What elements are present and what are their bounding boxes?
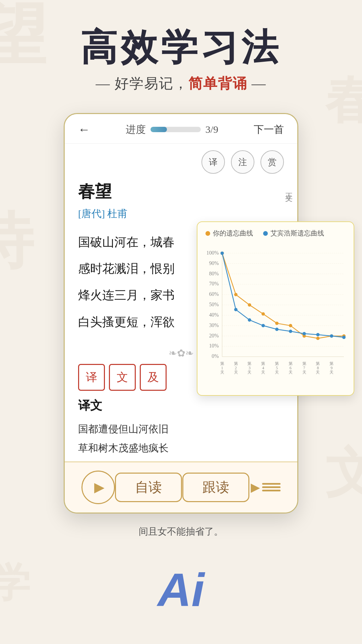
action-buttons: 译 注 赏 <box>65 144 297 177</box>
legend-label-orange: 你的遗忘曲线 <box>213 229 253 238</box>
translate-action-btn[interactable]: 译 <box>201 150 225 174</box>
progress-bar-track <box>150 127 201 132</box>
legend-dot-orange <box>205 231 210 236</box>
bottom-bar: ▶ 自读 跟读 ▶ <box>65 462 297 513</box>
svg-text:20%: 20% <box>209 333 219 338</box>
svg-text:0%: 0% <box>212 353 219 359</box>
progress-section: 进度 3/9 <box>126 123 218 137</box>
poem-title: 春望 <box>78 180 284 203</box>
svg-text:第: 第 <box>247 361 251 366</box>
legend-orange: 你的遗忘曲线 <box>205 229 253 238</box>
svg-text:60%: 60% <box>209 291 219 297</box>
main-title: 高效学习法 <box>0 27 362 67</box>
legend-blue: 艾宾浩斯遗忘曲线 <box>263 229 324 238</box>
header-section: 高效学习法 — 好学易记，简单背诵 — <box>0 0 362 106</box>
poem-author: [唐代] 杜甫 <box>78 207 284 221</box>
subtitle: — 好学易记，简单背诵 — <box>0 74 362 93</box>
svg-text:4: 4 <box>262 366 264 370</box>
main-container: 望 春 诗 文 学 高效学习法 — 好学易记，简单背诵 — ← 进度 3/9 下… <box>0 0 362 644</box>
svg-point-69 <box>342 336 346 339</box>
svg-text:第: 第 <box>289 361 293 366</box>
svg-text:5: 5 <box>276 366 278 370</box>
trans-line-2: 草和树木茂盛地疯长 <box>78 442 169 453</box>
svg-text:第: 第 <box>329 361 334 366</box>
svg-text:1: 1 <box>221 366 223 370</box>
side-label: 正文 <box>284 187 294 190</box>
notes-action-btn[interactable]: 注 <box>231 150 254 174</box>
subtitle-highlight: 简单背诵 <box>188 76 247 91</box>
svg-text:10%: 10% <box>209 343 219 349</box>
chart-area: 100% 90% 80% 70% 60% 50% 40% 30% <box>205 243 346 384</box>
svg-point-54 <box>275 322 279 325</box>
subtitle-prefix: — 好学易记， <box>96 76 189 91</box>
svg-text:80%: 80% <box>209 271 219 276</box>
svg-text:6: 6 <box>290 366 292 370</box>
play-icon: ▶ <box>94 479 105 495</box>
ai-badge: Ai <box>158 563 204 617</box>
progress-fraction: 3/9 <box>205 124 218 135</box>
svg-text:第: 第 <box>316 361 320 366</box>
poem-author-name: 杜甫 <box>107 208 127 219</box>
svg-point-60 <box>221 252 224 255</box>
legend-dot-blue <box>263 231 268 236</box>
chart-legend: 你的遗忘曲线 艾宾浩斯遗忘曲线 <box>205 229 346 238</box>
svg-text:第: 第 <box>275 361 279 366</box>
self-read-button[interactable]: 自读 <box>115 473 182 502</box>
svg-text:30%: 30% <box>209 322 219 328</box>
legend-label-blue: 艾宾浩斯遗忘曲线 <box>270 229 324 238</box>
svg-point-64 <box>275 328 279 331</box>
subtitle-suffix: — <box>247 76 266 91</box>
svg-point-52 <box>248 303 251 307</box>
svg-point-63 <box>261 324 265 327</box>
svg-text:8: 8 <box>317 366 319 370</box>
svg-text:天: 天 <box>234 370 238 375</box>
svg-text:天: 天 <box>316 370 320 375</box>
trans-btn-wen[interactable]: 文 <box>109 364 136 391</box>
svg-text:50%: 50% <box>209 302 219 307</box>
svg-text:天: 天 <box>329 370 334 375</box>
svg-text:天: 天 <box>289 370 293 375</box>
svg-point-51 <box>234 293 238 296</box>
svg-point-53 <box>261 312 265 316</box>
next-button[interactable]: 下一首 <box>254 123 284 137</box>
back-button[interactable]: ← <box>78 122 90 137</box>
svg-text:第: 第 <box>234 361 238 366</box>
forgetting-curve-chart: 你的遗忘曲线 艾宾浩斯遗忘曲线 100% 90% <box>197 221 354 396</box>
svg-point-68 <box>330 334 333 338</box>
svg-text:2: 2 <box>235 366 237 370</box>
svg-text:40%: 40% <box>209 312 219 318</box>
svg-point-55 <box>289 324 292 327</box>
svg-text:100%: 100% <box>206 250 219 256</box>
phone-topbar: ← 进度 3/9 下一首 <box>65 114 297 144</box>
svg-text:天: 天 <box>302 370 306 375</box>
svg-point-65 <box>289 330 292 333</box>
svg-point-67 <box>316 333 319 336</box>
svg-text:第: 第 <box>220 361 224 366</box>
translation-title: 译文 <box>78 397 284 414</box>
svg-point-57 <box>316 337 319 340</box>
svg-text:天: 天 <box>220 370 224 375</box>
bottom-text: 间且女不能抽省了。 <box>0 514 362 550</box>
svg-point-62 <box>248 318 251 322</box>
poem-dynasty: [唐代] <box>78 208 105 219</box>
svg-text:90%: 90% <box>209 260 219 266</box>
trans-btn-ji[interactable]: 及 <box>140 364 167 391</box>
play-button[interactable]: ▶ <box>81 471 115 504</box>
appreciate-action-btn[interactable]: 赏 <box>260 150 284 174</box>
trans-btn-yi[interactable]: 译 <box>78 364 105 391</box>
progress-label: 进度 <box>126 123 146 137</box>
svg-text:天: 天 <box>261 370 265 375</box>
svg-text:7: 7 <box>303 366 305 370</box>
svg-text:第: 第 <box>261 361 265 366</box>
follow-read-button[interactable]: 跟读 <box>182 473 249 502</box>
svg-text:第: 第 <box>302 361 306 366</box>
svg-point-66 <box>303 332 306 335</box>
svg-point-61 <box>234 308 238 311</box>
progress-bar-fill <box>150 127 167 132</box>
svg-text:70%: 70% <box>209 281 219 286</box>
svg-text:9: 9 <box>330 366 333 370</box>
phone-mockup: ← 进度 3/9 下一首 译 注 赏 正文 春望 [唐代] 杜甫 <box>64 113 298 514</box>
svg-text:天: 天 <box>275 370 279 375</box>
list-play-button[interactable]: ▶ <box>249 480 281 494</box>
svg-text:天: 天 <box>247 370 251 375</box>
